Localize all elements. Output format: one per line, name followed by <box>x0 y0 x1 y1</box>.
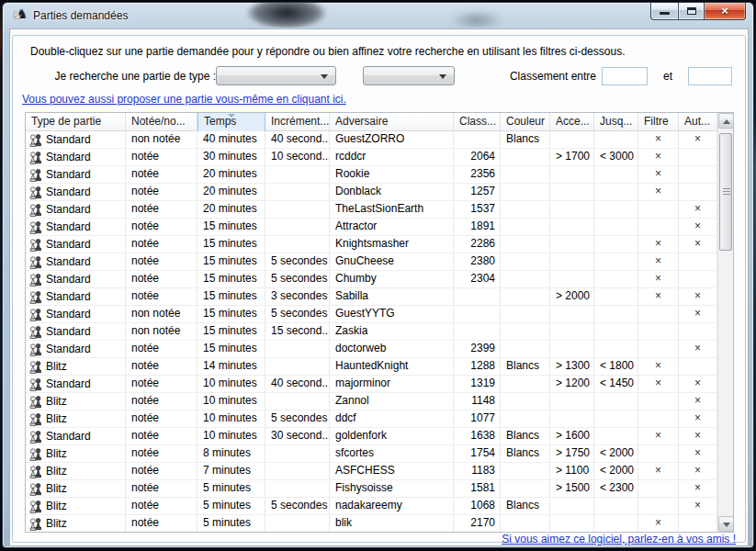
cell <box>265 236 330 253</box>
table-row[interactable]: Standardnon notée15 minutes15 second...Z… <box>26 323 717 341</box>
cell <box>550 201 594 218</box>
cell: notée <box>126 410 197 427</box>
cell <box>638 480 679 497</box>
titlebar[interactable]: ♞ ♘ Parties demandées × <box>3 3 753 28</box>
table-row[interactable]: Blitznotée5 minutesblik2170× <box>26 515 717 532</box>
cell: Knightsmasher <box>330 236 454 253</box>
column-header-incrément[interactable]: Incrément... <box>265 113 330 131</box>
cell <box>679 515 717 532</box>
cell <box>638 341 679 357</box>
cell: majorminor <box>330 376 454 392</box>
cell: notée <box>126 445 197 462</box>
cell: notée <box>126 253 197 270</box>
column-header-aut[interactable]: Aut... <box>679 113 717 131</box>
table-row[interactable]: Standardnotée15 minutesKnightsmasher2286… <box>26 236 717 253</box>
cell: ddcf <box>330 410 454 427</box>
cell: TheLastSionEarth <box>330 201 454 218</box>
cell <box>501 219 550 235</box>
minimize-icon <box>660 12 670 15</box>
table-row[interactable]: Standardnotée20 minutesTheLastSionEarth1… <box>26 201 717 219</box>
cell <box>550 271 594 287</box>
table-row[interactable]: Standardnotée15 minutes3 secondesSabilla… <box>26 288 717 306</box>
cell: 2380 <box>454 253 501 270</box>
cell: non notée <box>126 131 197 148</box>
table-row[interactable]: Blitznotée14 minutesHauntedKnight1288Bla… <box>26 358 717 376</box>
scrollbar-thumb[interactable] <box>719 133 732 251</box>
column-header-notéeno[interactable]: Notée/no... <box>126 113 197 131</box>
propose-game-link[interactable]: Vous pouvez aussi proposer une partie vo… <box>22 93 346 106</box>
chess-pawns-icon <box>28 412 44 426</box>
table-row[interactable]: Blitznotée10 minutesZannol1148× <box>26 393 717 410</box>
cell: < 2000 <box>594 445 638 462</box>
cell <box>550 306 594 322</box>
cell: Rookie <box>330 166 454 183</box>
cell <box>265 463 330 479</box>
game-type-select[interactable] <box>216 66 336 85</box>
table-row[interactable]: Blitznotée5 minutesFishysoisse1581> 1500… <box>26 480 717 498</box>
cell <box>594 271 638 287</box>
column-header-couleur[interactable]: Couleur <box>501 113 550 131</box>
table-row[interactable]: Standardnotée10 minutes40 second...major… <box>26 376 717 393</box>
maximize-button[interactable] <box>678 3 705 20</box>
table-row[interactable]: Standardnotée15 minutes5 secondesChumby2… <box>26 271 717 288</box>
table-row[interactable]: Blitznotée5 minutes5 secondesnadakareemy… <box>26 498 717 515</box>
cell: > 2000 <box>550 288 594 305</box>
table-row[interactable]: Standardnotée15 minutesdoctorweb2399× <box>26 341 717 358</box>
table-row[interactable]: Standardnotée30 minutes10 second...rcddc… <box>26 149 717 166</box>
cell: blik <box>330 515 454 532</box>
cell: 20 minutes <box>197 201 265 218</box>
cell: 20 minutes <box>197 184 265 200</box>
table-row[interactable]: Blitznotée8 minutessfcortes1754Blancs> 1… <box>26 445 717 463</box>
table-row[interactable]: Standardnotée10 minutes30 second...golde… <box>26 428 717 445</box>
games-table[interactable]: Type de partieNotée/no...TempsIncrément.… <box>25 112 734 533</box>
scroll-up-button[interactable] <box>718 113 734 129</box>
cell: × <box>638 515 679 532</box>
cell: < 3000 <box>594 149 638 165</box>
table-row[interactable]: Blitznotée7 minutesASFCHESS1183> 1100< 2… <box>26 463 717 480</box>
cell: > 1100 <box>550 463 594 479</box>
cell: < 2300 <box>594 480 638 497</box>
table-row[interactable]: Standardnon notée40 minutes40 second...G… <box>26 131 717 149</box>
chess-knights-icon: ♞ ♘ <box>11 7 28 23</box>
time-control-select[interactable] <box>363 66 455 85</box>
table-row[interactable]: Standardnotée15 minutes5 secondesGnuChee… <box>26 253 717 271</box>
cell: Blancs <box>501 445 550 462</box>
cell <box>265 393 330 410</box>
table-row[interactable]: Standardnotée20 minutesDonblack1257× <box>26 184 717 201</box>
cell <box>638 201 679 218</box>
wallpaper-glass-smudge <box>247 3 326 28</box>
cell <box>679 323 717 340</box>
table-row[interactable]: Standardnotée15 minutesAttractor1891× <box>26 219 717 236</box>
column-header-jusq[interactable]: Jusq... <box>594 113 638 131</box>
chess-pawns-icon <box>28 500 44 513</box>
cell <box>550 393 594 410</box>
cell: 5 minutes <box>197 498 265 514</box>
cell: 14 minutes <box>197 358 265 375</box>
window: ♞ ♘ Parties demandées × Double-cliquez s… <box>2 2 754 548</box>
cell <box>550 253 594 270</box>
cell: Sabilla <box>330 288 454 305</box>
table-row[interactable]: Standardnotée20 minutesRookie2356× <box>26 166 717 184</box>
scroll-down-button[interactable] <box>718 516 734 532</box>
cell-type: Standard <box>26 184 126 200</box>
cell: 10 minutes <box>197 410 265 427</box>
table-row[interactable]: Blitznotée10 minutes5 secondesddcf1077× <box>26 410 717 428</box>
chess-pawns-icon <box>28 186 44 199</box>
table-row[interactable]: Standardnon notée15 minutes5 secondesGue… <box>26 306 717 323</box>
close-button[interactable]: × <box>705 3 746 20</box>
rating-min-input[interactable] <box>602 67 648 85</box>
cell: 1537 <box>454 201 501 218</box>
column-header-class[interactable]: Class... <box>454 113 501 131</box>
column-header-filtre[interactable]: Filtre <box>638 113 679 131</box>
vertical-scrollbar[interactable] <box>717 113 733 532</box>
column-header-acce[interactable]: Acce... <box>550 113 594 131</box>
rating-max-input[interactable] <box>688 67 732 85</box>
share-app-link[interactable]: Si vous aimez ce logiciel, parlez-en à v… <box>502 533 736 545</box>
cell: notée <box>126 463 197 479</box>
minimize-button[interactable] <box>650 3 678 20</box>
cell <box>265 166 330 183</box>
column-header-adversaire[interactable]: Adversaire <box>330 113 454 131</box>
column-header-typedepartie[interactable]: Type de partie <box>26 113 126 131</box>
cell-type: Standard <box>26 166 126 183</box>
column-header-temps[interactable]: Temps <box>197 113 265 131</box>
